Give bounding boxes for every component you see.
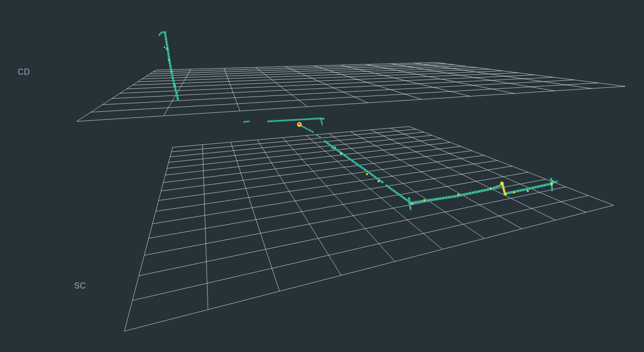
hit-marker	[340, 152, 342, 154]
grid-line	[77, 70, 156, 121]
cd-plane-grid	[77, 62, 625, 121]
glow-point	[168, 59, 171, 61]
sc-plane-grid	[124, 126, 614, 331]
grid-line	[132, 196, 588, 301]
particle-tracks	[159, 32, 557, 209]
hit-marker	[366, 173, 368, 175]
glow-point	[334, 146, 336, 148]
cd-plane-label: CD	[18, 68, 30, 76]
hit-marker	[378, 180, 380, 182]
hit-marker	[490, 187, 492, 189]
grid-line	[139, 187, 566, 276]
grid-line	[285, 67, 367, 103]
glow-point	[166, 48, 168, 50]
hit-marker	[423, 199, 425, 201]
grid-line	[149, 172, 528, 238]
glow-point	[322, 118, 324, 120]
grid-line	[329, 134, 484, 239]
hit-marker	[551, 183, 553, 185]
hit-marker	[504, 193, 507, 196]
glow-point	[174, 84, 176, 87]
hit-marker	[411, 203, 413, 205]
hit-marker	[457, 194, 459, 196]
grid-line	[124, 205, 614, 331]
grid-line	[161, 151, 471, 191]
hit-marker	[500, 182, 504, 185]
grid-line	[351, 132, 522, 229]
grid-line	[202, 145, 208, 310]
hit-marker	[164, 47, 165, 48]
event-display-viewport[interactable]: CD SC	[0, 0, 644, 352]
scene-canvas[interactable]	[0, 0, 644, 352]
flash-hit-marker	[297, 122, 302, 127]
grid-line	[390, 128, 586, 212]
grid-line	[314, 66, 422, 100]
sc-jog	[502, 184, 505, 194]
grid-line	[159, 155, 484, 201]
glow-point	[171, 71, 173, 73]
grid-line	[307, 136, 443, 249]
hit-marker	[513, 191, 515, 194]
sc-plane-label: SC	[74, 282, 86, 290]
hit-marker	[527, 190, 529, 192]
flash-hit-core	[298, 123, 301, 125]
grid-line	[163, 146, 461, 182]
grid-line	[153, 63, 445, 72]
grid-line	[156, 62, 436, 70]
glow-point	[552, 180, 555, 183]
